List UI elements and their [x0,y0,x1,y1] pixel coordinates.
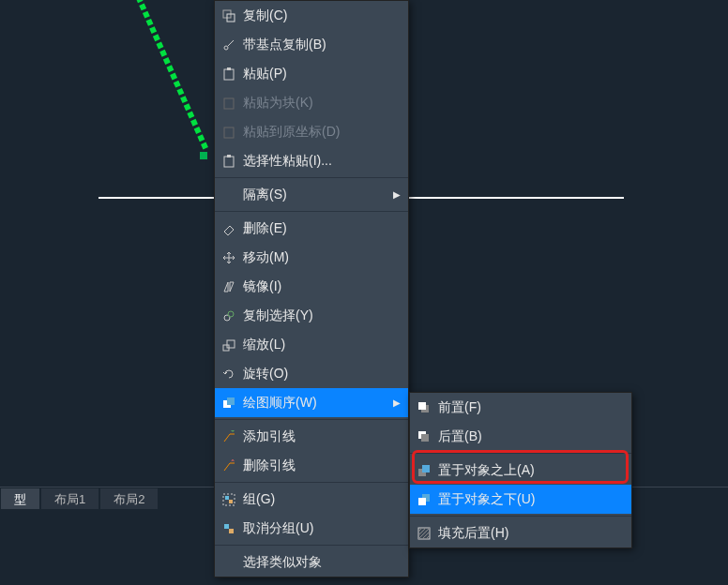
submenu-label: 置于对象之下(U) [438,491,624,508]
menu-separator [410,516,631,517]
menu-label: 移动(M) [243,249,401,266]
menu-label: 取消分组(U) [243,520,401,537]
submenu-hatch-back[interactable]: 填充后置(H) [410,518,631,548]
context-menu: 复制(C) 带基点复制(B) 粘贴(P) 粘贴为块(K) 粘贴到原坐标(D) 选… [214,0,409,578]
menu-ungroup[interactable]: 取消分组(U) [215,514,408,543]
svg-rect-5 [227,68,231,70]
svg-rect-21 [224,524,229,529]
svg-rect-6 [224,98,234,109]
paste-orig-icon [221,125,236,140]
basepoint-copy-icon [221,38,236,52]
selection-handle[interactable] [200,152,207,159]
tab-model[interactable]: 型 [0,488,40,510]
menu-label: 粘贴(P) [243,66,401,82]
hatch-back-icon [417,526,432,541]
svg-point-11 [228,311,234,317]
paste-special-icon [221,154,236,169]
menu-copysel[interactable]: 复制选择(Y) [215,301,408,330]
copy-icon [221,8,236,23]
paste-icon [221,67,236,82]
submenu-label: 后置(B) [438,428,624,445]
submenu-label: 前置(F) [438,399,624,416]
menu-scale[interactable]: 缩放(L) [215,330,408,359]
menu-move[interactable]: 移动(M) [215,243,408,272]
svg-text:×: × [231,459,235,463]
menu-label: 隔离(S) [243,187,386,203]
back-icon [417,429,432,444]
svg-rect-24 [418,402,426,410]
svg-rect-26 [421,434,429,442]
submenu-label: 填充后置(H) [438,525,624,542]
menu-separator [215,419,408,420]
ungroup-icon [221,521,236,536]
draworder-submenu: 前置(F) 后置(B) 置于对象之上(A) 置于对象之下(U) 填充后置(H) [409,392,632,548]
addleader-icon: + [221,429,236,444]
move-icon [221,250,236,265]
paste-block-icon [221,96,236,111]
menu-label: 复制(C) [243,8,401,24]
menu-separator [215,177,408,178]
tab-layout1[interactable]: 布局1 [40,488,99,510]
svg-rect-30 [418,498,426,505]
submenu-label: 置于对象之上(A) [438,462,624,479]
menu-separator [215,211,408,212]
svg-rect-13 [227,340,235,348]
erase-icon [221,221,236,236]
below-icon [417,492,432,507]
menu-paste-orig: 粘贴到原坐标(D) [215,117,408,146]
svg-rect-7 [224,128,234,138]
copysel-icon [221,308,236,323]
menu-label: 粘贴为块(K) [243,95,401,112]
submenu-below[interactable]: 置于对象之下(U) [410,485,631,514]
above-icon [417,463,432,478]
submenu-front[interactable]: 前置(F) [410,393,631,422]
menu-removeleader[interactable]: × 删除引线 [215,451,408,480]
group-icon [221,492,236,507]
svg-rect-20 [229,500,233,503]
draworder-icon [221,396,236,411]
removeleader-icon: × [221,458,236,473]
svg-rect-4 [224,69,234,80]
menu-group[interactable]: 组(G) [215,485,408,514]
menu-copy[interactable]: 复制(C) [215,1,408,30]
menu-label: 选择性粘贴(I)... [243,153,401,170]
layout-tabs: 型 布局1 布局2 [0,488,159,510]
svg-rect-28 [422,465,430,472]
scale-icon [221,338,236,352]
svg-rect-9 [227,155,231,158]
submenu-arrow-icon: ▶ [393,398,401,408]
submenu-back[interactable]: 后置(B) [410,422,631,451]
menu-separator [215,545,408,546]
menu-paste-block: 粘贴为块(K) [215,88,408,117]
svg-line-0 [131,0,206,150]
mirror-icon [221,279,236,294]
tab-layout2[interactable]: 布局2 [99,488,159,510]
svg-text:+: + [231,430,235,434]
menu-paste-special[interactable]: 选择性粘贴(I)... [215,146,408,175]
menu-select-similar[interactable]: 选择类似对象 [215,548,408,577]
menu-erase[interactable]: 删除(E) [215,214,408,243]
menu-label: 添加引线 [243,428,401,445]
submenu-arrow-icon: ▶ [393,189,401,200]
menu-label: 粘贴到原坐标(D) [243,124,401,141]
menu-addleader[interactable]: + 添加引线 [215,422,408,451]
menu-label: 缩放(L) [243,337,401,353]
svg-rect-19 [225,496,229,500]
menu-label: 组(G) [243,491,401,508]
menu-rotate[interactable]: 旋转(O) [215,359,408,388]
rotate-icon [221,367,236,382]
svg-rect-15 [227,398,235,405]
menu-mirror[interactable]: 镜像(I) [215,272,408,301]
svg-rect-22 [229,529,234,533]
menu-label: 旋转(O) [243,366,401,382]
menu-draworder[interactable]: 绘图顺序(W) ▶ [215,388,408,417]
submenu-above[interactable]: 置于对象之上(A) [410,456,631,485]
menu-label: 复制选择(Y) [243,308,401,324]
menu-basepoint-copy[interactable]: 带基点复制(B) [215,30,408,59]
menu-label: 镜像(I) [243,278,401,295]
menu-separator [410,453,631,454]
menu-paste[interactable]: 粘贴(P) [215,59,408,88]
menu-label: 删除引线 [243,458,401,474]
menu-isolate[interactable]: 隔离(S) ▶ [215,180,408,209]
menu-label: 删除(E) [243,220,401,237]
